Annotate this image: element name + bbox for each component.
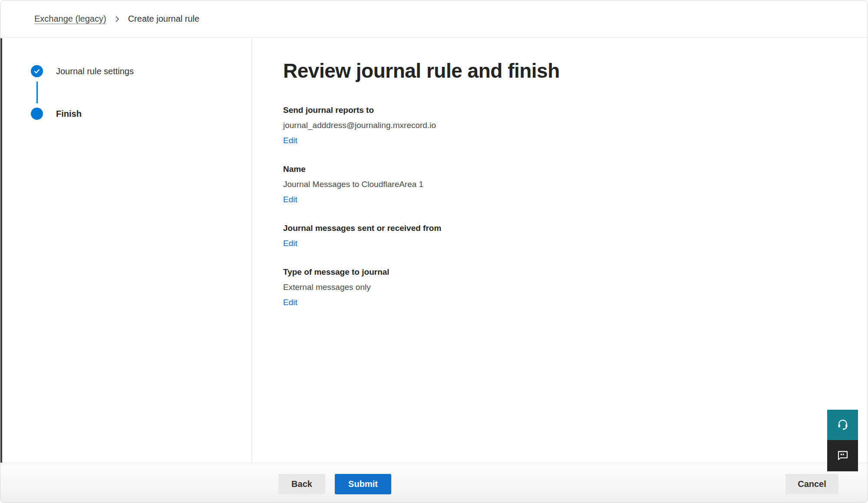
body-area: Journal rule settings Finish Review jour… — [0, 38, 868, 463]
wizard-step-label: Finish — [56, 109, 82, 119]
create-journal-rule-window: Exchange (legacy) Create journal rule Jo… — [0, 0, 868, 503]
wizard-steps-panel: Journal rule settings Finish — [2, 38, 252, 463]
section-label: Journal messages sent or received from — [283, 220, 850, 236]
headset-icon — [836, 418, 849, 432]
section-journal-messages-sent-or-received: Journal messages sent or received from E… — [283, 220, 850, 251]
review-content: Review journal rule and finish Send jour… — [252, 38, 868, 463]
section-type-of-message: Type of message to journal External mess… — [283, 264, 850, 310]
page-title: Review journal rule and finish — [283, 59, 850, 82]
edit-message-type-link[interactable]: Edit — [283, 295, 297, 310]
edit-send-journal-reports-link[interactable]: Edit — [283, 133, 297, 148]
section-label: Type of message to journal — [283, 264, 850, 279]
feedback-icon — [836, 448, 850, 464]
wizard-step-journal-rule-settings[interactable]: Journal rule settings — [31, 65, 251, 77]
breadcrumb-link-exchange-legacy[interactable]: Exchange (legacy) — [34, 14, 106, 24]
journal-report-address-value: journal_adddress@journaling.mxrecord.io — [283, 118, 850, 133]
section-label: Name — [283, 161, 850, 177]
rule-name-value: Journal Messages to CloudflareArea 1 — [283, 177, 850, 192]
breadcrumb-current-page: Create journal rule — [128, 14, 200, 24]
section-label: Send journal reports to — [283, 102, 850, 118]
cancel-button[interactable]: Cancel — [785, 474, 838, 494]
submit-button[interactable]: Submit — [335, 474, 391, 494]
back-button[interactable]: Back — [278, 474, 325, 494]
help-support-button[interactable] — [827, 410, 858, 440]
edit-sent-or-received-link[interactable]: Edit — [283, 236, 297, 251]
check-icon — [31, 65, 43, 77]
wizard-step-finish[interactable]: Finish — [31, 108, 251, 120]
wizard-footer: Back Submit Cancel — [0, 463, 868, 503]
feedback-button[interactable] — [827, 440, 858, 471]
section-name: Name Journal Messages to CloudflareArea … — [283, 161, 850, 207]
breadcrumb: Exchange (legacy) Create journal rule — [0, 0, 868, 38]
chevron-right-icon — [114, 15, 120, 23]
edit-name-link[interactable]: Edit — [283, 192, 297, 207]
filled-dot-icon — [31, 108, 43, 120]
step-connector-line — [36, 82, 38, 103]
section-send-journal-reports-to: Send journal reports to journal_adddress… — [283, 102, 850, 148]
message-type-value: External messages only — [283, 279, 850, 295]
wizard-step-label: Journal rule settings — [56, 66, 134, 76]
